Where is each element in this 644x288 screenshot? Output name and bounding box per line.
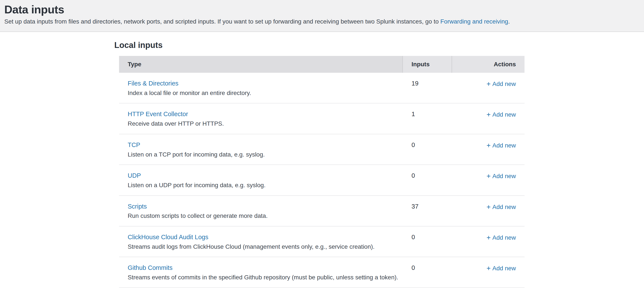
plus-icon: +	[486, 234, 491, 241]
table-row: Files & Directories Index a local file o…	[119, 73, 524, 103]
table-header-row: Type Inputs Actions	[119, 56, 524, 73]
input-type-description: Streams audit logs from ClickHouse Cloud…	[128, 243, 403, 250]
column-header-inputs: Inputs	[403, 56, 452, 73]
content-area: Local inputs Type Inputs Actions Files &…	[0, 32, 644, 288]
add-new-label: Add new	[492, 265, 516, 271]
local-inputs-table: Type Inputs Actions Files & Directories …	[119, 56, 524, 288]
add-new-link[interactable]: +Add new	[486, 81, 516, 87]
type-cell: UDP Listen on a UDP port for incoming da…	[119, 172, 403, 189]
table-row: HTTP Event Collector Receive data over H…	[119, 103, 524, 134]
type-cell: Scripts Run custom scripts to collect or…	[119, 203, 403, 219]
type-cell: Files & Directories Index a local file o…	[119, 80, 403, 97]
inputs-count: 0	[403, 264, 452, 281]
page-subtitle: Set up data inputs from files and direct…	[4, 18, 635, 25]
add-new-label: Add new	[492, 111, 516, 118]
column-header-actions: Actions	[452, 56, 524, 73]
add-new-link[interactable]: +Add new	[486, 265, 516, 271]
actions-cell: +Add new	[452, 141, 524, 158]
inputs-count: 0	[403, 233, 452, 250]
add-new-label: Add new	[492, 142, 516, 149]
page-header: Data inputs Set up data inputs from file…	[0, 0, 644, 32]
type-cell: HTTP Event Collector Receive data over H…	[119, 110, 403, 127]
plus-icon: +	[486, 141, 491, 149]
input-type-description: Run custom scripts to collect or generat…	[128, 212, 403, 219]
page-subtitle-period: .	[508, 18, 510, 25]
inputs-count: 37	[403, 203, 452, 219]
table-row: TCP Listen on a TCP port for incoming da…	[119, 134, 524, 165]
table-row: ClickHouse Cloud Audit Logs Streams audi…	[119, 226, 524, 257]
inputs-count: 0	[403, 141, 452, 158]
actions-cell: +Add new	[452, 233, 524, 250]
add-new-label: Add new	[492, 173, 516, 179]
input-type-link[interactable]: HTTP Event Collector	[128, 111, 188, 117]
input-type-description: Index a local file or monitor an entire …	[128, 89, 403, 97]
plus-icon: +	[486, 111, 491, 119]
input-type-description: Listen on a UDP port for incoming data, …	[128, 182, 403, 189]
column-header-type[interactable]: Type	[119, 56, 403, 73]
input-type-link[interactable]: UDP	[128, 172, 141, 179]
page-title: Data inputs	[4, 3, 635, 16]
add-new-link[interactable]: +Add new	[486, 234, 516, 241]
input-type-description: Streams events of commits in the specifi…	[128, 274, 403, 281]
inputs-count: 1	[403, 110, 452, 127]
inputs-count: 0	[403, 172, 452, 189]
plus-icon: +	[486, 80, 491, 88]
add-new-link[interactable]: +Add new	[486, 111, 516, 118]
add-new-label: Add new	[492, 81, 516, 87]
input-type-description: Listen on a TCP port for incoming data, …	[128, 151, 403, 158]
add-new-link[interactable]: +Add new	[486, 204, 516, 210]
table-row: UDP Listen on a UDP port for incoming da…	[119, 165, 524, 196]
type-cell: ClickHouse Cloud Audit Logs Streams audi…	[119, 233, 403, 250]
plus-icon: +	[486, 264, 491, 272]
add-new-label: Add new	[492, 204, 516, 210]
type-cell: Github Commits Streams events of commits…	[119, 264, 403, 281]
input-type-link[interactable]: Github Commits	[128, 264, 172, 271]
actions-cell: +Add new	[452, 80, 524, 97]
actions-cell: +Add new	[452, 264, 524, 281]
plus-icon: +	[486, 203, 491, 211]
actions-cell: +Add new	[452, 110, 524, 127]
input-type-link[interactable]: Scripts	[128, 203, 147, 210]
add-new-label: Add new	[492, 234, 516, 241]
input-type-link[interactable]: TCP	[128, 141, 140, 148]
table-row: Scripts Run custom scripts to collect or…	[119, 196, 524, 226]
plus-icon: +	[486, 172, 491, 180]
type-cell: TCP Listen on a TCP port for incoming da…	[119, 141, 403, 158]
data-inputs-page: Data inputs Set up data inputs from file…	[0, 0, 644, 288]
actions-cell: +Add new	[452, 172, 524, 189]
inputs-count: 19	[403, 80, 452, 97]
table-row: Github Commits Streams events of commits…	[119, 257, 524, 288]
input-type-link[interactable]: Files & Directories	[128, 80, 178, 87]
page-subtitle-text: Set up data inputs from files and direct…	[4, 18, 440, 25]
input-type-description: Receive data over HTTP or HTTPS.	[128, 120, 403, 127]
local-inputs-heading: Local inputs	[114, 41, 644, 50]
actions-cell: +Add new	[452, 203, 524, 219]
input-type-link[interactable]: ClickHouse Cloud Audit Logs	[128, 234, 208, 240]
add-new-link[interactable]: +Add new	[486, 142, 516, 149]
add-new-link[interactable]: +Add new	[486, 173, 516, 179]
forwarding-and-receiving-link[interactable]: Forwarding and receiving	[440, 18, 508, 25]
